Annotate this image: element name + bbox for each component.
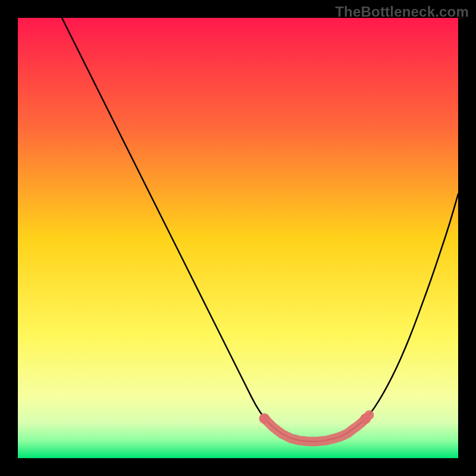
chart-frame: TheBottleneck.com [0,0,476,476]
trough-marker-detached-dot [365,410,374,419]
plot-area [18,18,458,458]
watermark-text: TheBottleneck.com [335,4,469,20]
trough-marker-endcap [259,413,270,424]
plot-svg [18,18,458,458]
gradient-background [18,18,458,458]
